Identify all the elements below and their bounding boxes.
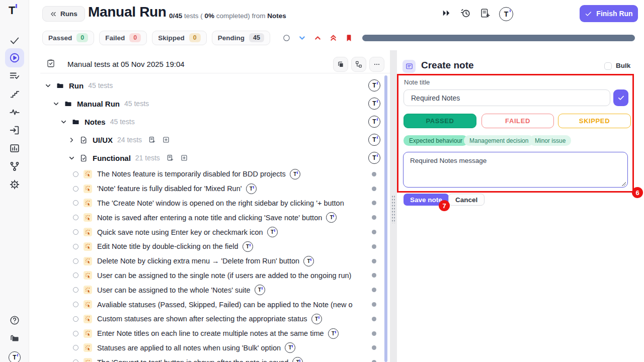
status-circle-icon[interactable] [73,171,78,177]
add-test-icon[interactable] [162,136,170,144]
tree-test-row[interactable]: 'Note' feature is fully disabled for 'Mi… [40,182,390,196]
status-circle-icon[interactable] [73,287,78,293]
status-circle-icon[interactable] [73,331,78,336]
chevron-down-icon[interactable] [60,118,68,126]
chevrons-up-red-icon[interactable] [329,34,338,42]
bulk-checkbox[interactable] [604,62,612,70]
tree-test-row[interactable]: Delete Note by clicking extra menu → 'De… [40,254,390,268]
status-circle-icon[interactable] [73,215,78,220]
fast-forward-icon[interactable] [441,8,451,20]
tree-test-row[interactable]: User can be assigned to the single note … [40,268,390,283]
tree-suite-row[interactable]: Notes45 tests [40,113,390,131]
filter-pill-failed[interactable]: Failed0 [99,31,147,45]
testomat-logo-icon[interactable] [267,227,278,237]
tree-test-row[interactable]: Enter Note titles on each line to create… [40,326,390,341]
import-icon[interactable] [5,121,24,140]
status-circle-icon[interactable] [73,273,78,278]
note-title-input[interactable] [404,89,610,106]
note-add-icon[interactable] [479,8,491,21]
filter-pill-skipped[interactable]: Skipped0 [152,31,206,45]
check-icon[interactable] [5,31,24,50]
branch-icon[interactable] [5,157,24,176]
status-circle-icon[interactable] [73,186,78,192]
testomat-logo-icon[interactable] [255,285,265,295]
note-add-icon[interactable] [148,136,156,144]
chevron-up-red-icon[interactable] [313,34,322,42]
more-ellipsis-icon[interactable] [369,57,384,72]
testomat-logo-icon[interactable] [328,328,339,339]
testomat-logo-icon[interactable] [368,152,380,164]
tree-suite-row[interactable]: Functional21 tests [40,149,390,167]
tree-test-row[interactable]: The 'Create Note' window is opened on th… [40,196,390,211]
quick-save-check-button[interactable] [613,89,628,106]
tree-test-row[interactable]: Quick save note using Enter key or check… [40,225,390,239]
tree-suite-row[interactable]: UI/UX24 tests [40,131,390,149]
status-circle-icon[interactable] [73,200,78,206]
chevron-right-icon[interactable] [68,136,76,144]
testomat-logo-icon[interactable] [243,241,253,252]
status-circle-icon[interactable] [73,229,78,235]
filter-pill-pending[interactable]: Pending45 [212,31,270,45]
status-circle-icon[interactable] [73,316,78,322]
settings-gear-icon[interactable] [5,175,24,194]
testomat-logo-icon[interactable] [303,256,314,266]
tree-test-row[interactable]: The 'Convert to test' button is shown af… [40,355,390,362]
testomat-logo-icon[interactable] [246,184,257,194]
testomat-logo-icon[interactable] [368,98,380,110]
finish-run-button[interactable]: Finish Run [580,5,638,22]
tree-suite-row[interactable]: Run45 tests [40,76,390,95]
testomat-logo-icon[interactable] [326,212,337,223]
testomat-logo-icon[interactable] [311,314,322,324]
tag-management-decision[interactable]: Management decision [464,135,534,146]
chevron-down-icon[interactable] [44,82,52,89]
resize-grip-icon[interactable] [622,182,626,186]
filter-pill-passed[interactable]: Passed0 [42,31,94,45]
tree-view-icon[interactable] [351,57,366,72]
testomat-logo-icon[interactable] [499,7,513,21]
cancel-button[interactable]: Cancel [448,194,485,206]
status-circle-icon[interactable] [73,258,78,264]
note-add-icon[interactable] [166,154,174,162]
tree-test-row[interactable]: Statuses are applied to all notes when u… [40,341,390,355]
copy-icon[interactable] [333,57,348,72]
testomat-logo-icon[interactable] [368,134,380,146]
chevron-down-icon[interactable] [68,154,76,162]
testomat-logo-icon[interactable] [290,169,300,179]
analytics-icon[interactable] [5,139,24,158]
projects-folder-icon[interactable] [5,329,24,348]
chevron-down-icon[interactable] [52,100,60,108]
tree-test-row[interactable]: Edit Note title by double-clicking on th… [40,239,390,254]
status-circle-icon[interactable] [73,244,78,249]
circle-status-icon[interactable] [282,34,291,42]
note-message-textarea[interactable] [403,152,628,188]
tree-test-row[interactable]: Note is saved after entering a note titl… [40,210,390,225]
testomat-logo-icon[interactable]: T [9,4,17,17]
status-circle-icon[interactable] [73,302,78,307]
tree-suite-row[interactable]: Manual Run45 tests [40,95,390,113]
tree-test-row[interactable]: The Notes feature is temporarily disable… [40,167,390,182]
testomat-logo-icon[interactable] [292,357,303,362]
testomat-logo-icon[interactable] [285,342,295,353]
help-icon[interactable] [5,311,24,330]
tree-test-row[interactable]: Avaliable statuses (Passed, Skipped, Fai… [40,297,390,312]
add-test-icon[interactable] [180,154,188,162]
testomat-logo-icon[interactable] [368,116,380,128]
status-passed-button[interactable]: PASSED [404,114,476,128]
splitter-grip-icon[interactable] [391,195,395,223]
run-play-icon[interactable] [5,48,24,67]
profile-logo-icon[interactable] [5,348,24,362]
pulse-icon[interactable] [5,103,24,122]
bookmark-red-icon[interactable] [345,34,353,42]
tag-minor-issue[interactable]: Minor issue [529,135,571,146]
testomat-logo-icon[interactable] [368,79,380,92]
status-circle-icon[interactable] [73,359,78,362]
tree-test-row[interactable]: Custom statuses are shown after selectin… [40,312,390,326]
tree-scrollbar[interactable] [384,75,387,362]
timer-icon[interactable] [460,8,471,21]
tree-test-row[interactable]: User can be assigned to the whole 'Notes… [40,283,390,297]
status-failed-button[interactable]: FAILED [481,114,554,128]
steps-icon[interactable] [5,84,24,104]
tag-expected-behaviour[interactable]: Expected behaviour [404,135,468,146]
status-skipped-button[interactable]: SKIPPED [558,114,631,128]
status-circle-icon[interactable] [73,345,78,350]
